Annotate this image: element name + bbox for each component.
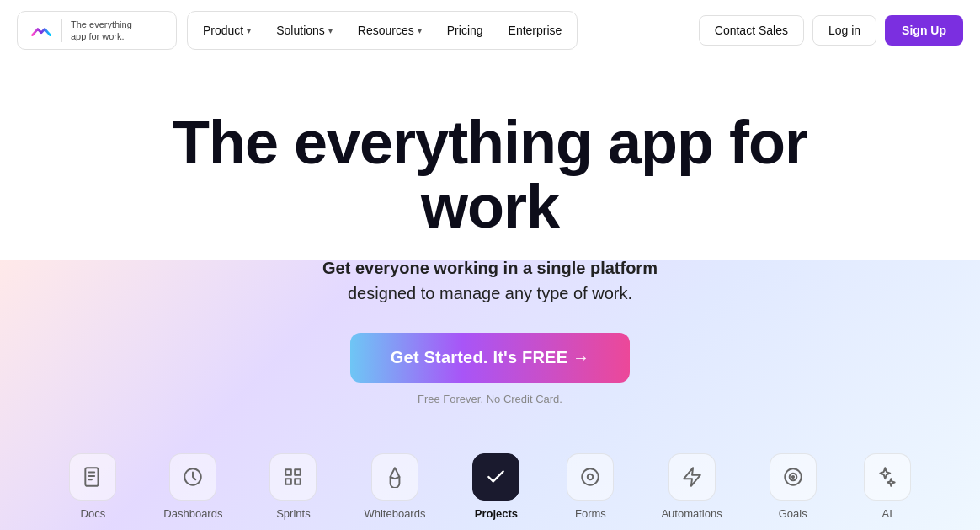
- signup-button[interactable]: Sign Up: [885, 15, 963, 46]
- nav-enterprise-label: Enterprise: [509, 24, 562, 37]
- feature-item-forms[interactable]: Forms: [543, 453, 637, 520]
- feature-icon-forms: [567, 453, 614, 501]
- feature-item-docs[interactable]: Docs: [45, 453, 140, 520]
- feature-item-sprints[interactable]: Sprints: [246, 453, 340, 520]
- nav-right: Contact Sales Log in Sign Up: [699, 15, 963, 46]
- feature-label-automations: Automations: [661, 507, 722, 520]
- feature-icon-dashboards: [169, 453, 216, 501]
- hero-subtitle-regular: designed to manage any type of work.: [348, 284, 632, 302]
- cta-button[interactable]: Get Started. It's FREE →: [350, 333, 630, 383]
- svg-rect-0: [86, 468, 99, 486]
- feature-icon-docs: [69, 453, 116, 501]
- navbar: The everythingapp for work. Product ▾ So…: [0, 0, 980, 61]
- feature-item-automations[interactable]: Automations: [637, 453, 745, 520]
- cta-subtext: Free Forever. No Credit Card.: [418, 393, 562, 405]
- nav-item-product[interactable]: Product ▾: [191, 19, 263, 42]
- nav-resources-label: Resources: [358, 24, 414, 37]
- contact-sales-button[interactable]: Contact Sales: [699, 15, 804, 46]
- nav-item-solutions[interactable]: Solutions ▾: [264, 19, 344, 42]
- logo-divider: [61, 19, 62, 42]
- feature-label-dashboards: Dashboards: [163, 507, 222, 520]
- logo-tagline: The everythingapp for work.: [71, 19, 132, 43]
- login-button[interactable]: Log in: [812, 15, 876, 46]
- svg-point-6: [588, 474, 594, 480]
- feature-item-dashboards[interactable]: Dashboards: [140, 453, 246, 520]
- feature-label-sprints: Sprints: [276, 507, 310, 520]
- feature-item-whiteboards[interactable]: Whiteboards: [340, 453, 449, 520]
- feature-icon-automations: [668, 453, 716, 501]
- feature-label-docs: Docs: [81, 507, 106, 520]
- hero-section: The everything app for work Get everyone…: [0, 61, 980, 405]
- nav-solutions-label: Solutions: [276, 24, 325, 37]
- hero-subtitle: Get everyone working in a single platfor…: [322, 255, 658, 306]
- feature-label-ai: AI: [882, 507, 892, 520]
- feature-item-projects[interactable]: Projects: [449, 453, 543, 520]
- feature-row: DocsDashboardsSprintsWhiteboardsProjects…: [0, 453, 980, 530]
- feature-label-forms: Forms: [575, 507, 606, 520]
- feature-item-goals[interactable]: Goals: [746, 453, 840, 520]
- nav-menu: Product ▾ Solutions ▾ Resources ▾ Pricin…: [187, 11, 578, 50]
- feature-icon-ai: [864, 453, 911, 501]
- logo-container[interactable]: The everythingapp for work.: [17, 11, 177, 51]
- feature-icon-whiteboards: [371, 453, 418, 501]
- nav-product-chevron: ▾: [247, 26, 251, 35]
- clickup-logo-icon: [29, 19, 53, 42]
- feature-icon-projects: [472, 453, 519, 501]
- nav-pricing-label: Pricing: [447, 24, 483, 37]
- nav-solutions-chevron: ▾: [328, 26, 333, 35]
- feature-label-projects: Projects: [475, 507, 518, 520]
- nav-product-label: Product: [203, 24, 243, 37]
- nav-item-pricing[interactable]: Pricing: [435, 19, 495, 42]
- feature-icon-sprints: [269, 453, 317, 501]
- hero-title: The everything app for work: [111, 111, 869, 238]
- feature-label-goals: Goals: [779, 507, 807, 520]
- hero-subtitle-bold: Get everyone working in a single platfor…: [322, 259, 658, 277]
- nav-item-enterprise[interactable]: Enterprise: [497, 19, 574, 42]
- feature-icon-goals: [770, 453, 817, 501]
- nav-resources-chevron: ▾: [418, 26, 422, 35]
- nav-item-resources[interactable]: Resources ▾: [346, 19, 434, 42]
- feature-item-ai[interactable]: AI: [840, 453, 935, 520]
- svg-point-5: [583, 468, 599, 485]
- feature-label-whiteboards: Whiteboards: [364, 507, 425, 520]
- svg-point-9: [792, 476, 794, 478]
